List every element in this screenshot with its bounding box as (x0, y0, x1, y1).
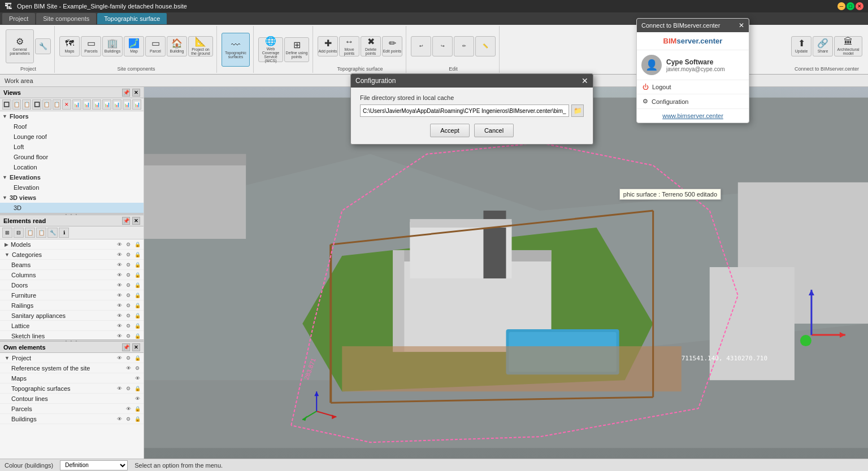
config-browse-button[interactable]: 📁 (571, 104, 584, 117)
config-input-row: 📁 (360, 104, 584, 117)
config-dialog-title: Configuration (355, 77, 396, 85)
config-accept-button[interactable]: Accept (430, 124, 470, 137)
config-cancel-button[interactable]: Cancel (474, 124, 514, 137)
dialog-overlay: Configuration ✕ File directory stored in… (0, 0, 868, 471)
config-dialog-buttons: Accept Cancel (360, 124, 584, 137)
config-dialog-close[interactable]: ✕ (581, 77, 588, 85)
config-dialog-label: File directory stored in local cache (360, 94, 584, 101)
config-dialog-titlebar: Configuration ✕ (351, 74, 593, 88)
configuration-dialog: Configuration ✕ File directory stored in… (350, 73, 593, 145)
config-path-input[interactable] (360, 104, 569, 117)
config-dialog-content: File directory stored in local cache 📁 A… (351, 88, 593, 144)
